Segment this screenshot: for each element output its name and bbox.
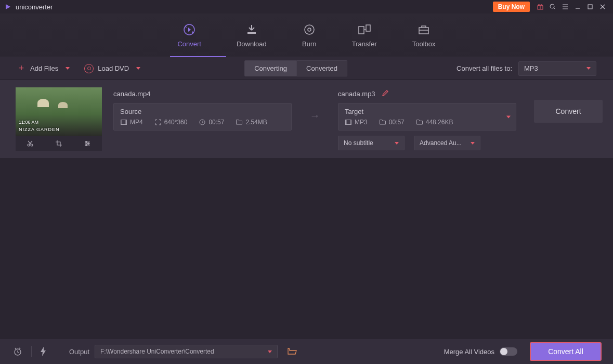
convert-all-to: Convert all files to: MP3 xyxy=(457,61,596,76)
subtitle-select[interactable]: No subtitle xyxy=(338,136,405,150)
source-column: canada.mp4 Source MP4 640*360 00:57 xyxy=(113,87,292,131)
source-duration: 00:57 xyxy=(199,119,224,126)
svg-point-14 xyxy=(86,145,87,146)
nav-active-indicator xyxy=(170,56,226,57)
target-column: canada.mp3 Target MP3 00:57 448.26KB xyxy=(338,87,516,150)
convert-button[interactable]: Convert xyxy=(534,100,603,123)
merge-videos: Merge All Videos xyxy=(444,347,517,356)
target-filename: canada.mp3 xyxy=(338,90,375,98)
convert-all-to-label: Convert all files to: xyxy=(457,64,512,72)
source-label: Source xyxy=(120,108,285,115)
chevron-down-icon xyxy=(268,350,272,353)
thumbnail: 11:06 AM NIZZA GARDEN xyxy=(16,87,102,151)
tab-converting[interactable]: Converting xyxy=(244,60,297,76)
folder-icon xyxy=(236,119,243,126)
close-icon[interactable] xyxy=(597,2,608,12)
merge-toggle[interactable] xyxy=(500,347,517,356)
nav-burn[interactable]: Burn xyxy=(302,22,317,48)
svg-point-6 xyxy=(308,28,311,31)
target-size: 448.26KB xyxy=(416,119,453,126)
menu-icon[interactable] xyxy=(560,2,570,12)
arrow-icon: → xyxy=(303,100,327,131)
nav-toolbox[interactable]: Toolbox xyxy=(412,22,436,48)
buy-now-button[interactable]: Buy Now xyxy=(493,2,530,12)
edit-icon[interactable] xyxy=(382,89,390,98)
nav-transfer[interactable]: Transfer xyxy=(352,22,377,48)
source-filename: canada.mp4 xyxy=(113,90,151,98)
nav-label: Transfer xyxy=(352,40,377,48)
search-person-icon[interactable] xyxy=(547,2,558,12)
toolbar: + Add Files Load DVD Converting Converte… xyxy=(0,57,613,80)
nav-download[interactable]: Download xyxy=(237,22,267,48)
nav-label: Download xyxy=(237,40,267,48)
gpu-accel-icon[interactable] xyxy=(37,345,49,358)
svg-rect-2 xyxy=(588,5,592,9)
clock-icon xyxy=(199,119,206,126)
transfer-icon xyxy=(357,22,372,37)
separator xyxy=(31,346,32,357)
svg-point-5 xyxy=(305,25,314,34)
plus-icon: + xyxy=(17,64,26,73)
convert-icon xyxy=(182,22,197,37)
video-icon xyxy=(345,119,352,126)
svg-rect-4 xyxy=(247,32,256,34)
crop-icon[interactable] xyxy=(54,139,63,148)
main-nav: Convert Download Burn Transfer Toolbox xyxy=(0,14,613,57)
thumbnail-tools xyxy=(16,136,102,151)
file-item: 11:06 AM NIZZA GARDEN canada.mp4 Source xyxy=(0,80,613,158)
svg-point-1 xyxy=(550,4,554,8)
open-folder-icon[interactable] xyxy=(286,345,298,358)
footer: Output F:\Wondershare UniConverter\Conve… xyxy=(0,339,613,364)
svg-rect-7 xyxy=(359,27,364,34)
output-label: Output xyxy=(69,348,89,356)
minimize-icon[interactable] xyxy=(572,2,583,12)
nav-label: Burn xyxy=(302,40,316,48)
source-resolution: 640*360 xyxy=(154,119,188,126)
burn-icon xyxy=(302,22,317,37)
app-logo-icon xyxy=(4,3,12,11)
maximize-icon[interactable] xyxy=(585,2,595,12)
target-format: MP3 xyxy=(345,119,368,126)
nav-convert[interactable]: Convert xyxy=(177,22,201,48)
chevron-down-icon[interactable] xyxy=(506,115,511,118)
source-size: 2.54MB xyxy=(236,119,267,126)
resolution-icon xyxy=(154,119,162,126)
gift-icon[interactable] xyxy=(535,2,545,12)
source-info: Source MP4 640*360 00:57 2.54MB xyxy=(113,103,292,131)
source-format: MP4 xyxy=(120,119,143,126)
audio-track-value: Advanced Au... xyxy=(420,139,462,147)
folder-icon xyxy=(379,119,386,126)
convert-all-button[interactable]: Convert All xyxy=(530,342,602,361)
audio-track-select[interactable]: Advanced Au... xyxy=(414,136,480,150)
target-info[interactable]: Target MP3 00:57 448.26KB xyxy=(338,103,516,131)
target-label: Target xyxy=(345,108,510,115)
svg-point-13 xyxy=(88,143,89,145)
output-path-value: F:\Wondershare UniConverter\Converted xyxy=(100,348,214,355)
effects-icon[interactable] xyxy=(83,139,92,148)
tab-converted[interactable]: Converted xyxy=(297,60,347,76)
load-dvd-button[interactable]: Load DVD xyxy=(84,64,140,73)
target-format-value: MP3 xyxy=(524,64,538,72)
chevron-down-icon xyxy=(136,67,140,70)
chevron-down-icon xyxy=(471,142,475,145)
target-format-select[interactable]: MP3 xyxy=(518,61,596,76)
nav-label: Toolbox xyxy=(412,40,436,48)
thumbnail-image[interactable]: 11:06 AM NIZZA GARDEN xyxy=(16,87,102,136)
download-icon xyxy=(244,22,259,37)
thumb-place: NIZZA GARDEN xyxy=(19,127,60,132)
merge-label: Merge All Videos xyxy=(444,348,494,356)
status-tabs: Converting Converted xyxy=(244,60,347,76)
app-title: uniconverter xyxy=(16,3,53,11)
subtitle-value: No subtitle xyxy=(344,139,373,147)
thumb-time: 11:06 AM xyxy=(19,120,38,125)
titlebar: uniconverter Buy Now xyxy=(0,0,613,14)
output-path-select[interactable]: F:\Wondershare UniConverter\Converted xyxy=(95,345,278,358)
target-duration: 00:57 xyxy=(379,119,405,126)
svg-rect-8 xyxy=(366,25,370,31)
chevron-down-icon xyxy=(395,142,399,145)
add-files-label: Add Files xyxy=(30,64,58,72)
schedule-icon[interactable] xyxy=(11,345,24,358)
trim-icon[interactable] xyxy=(25,139,35,148)
video-icon xyxy=(120,119,127,126)
add-files-button[interactable]: + Add Files xyxy=(17,64,70,73)
